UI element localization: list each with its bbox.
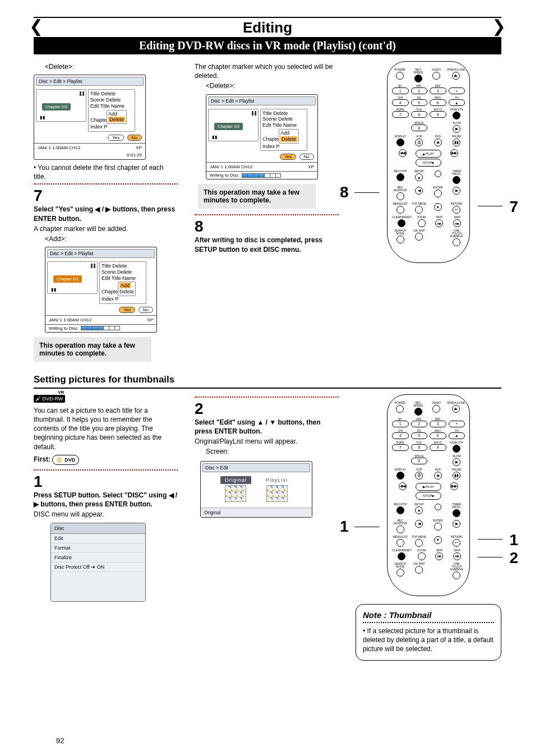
- remote-control-diagram: POWER REC SPEED AUDIO OPEN/CLOSE⏏ @!:1 A…: [387, 61, 470, 263]
- step-1-text: DISC menu will appear.: [34, 510, 178, 519]
- section-thumbnails-title: Setting pictures for thumbnails: [34, 374, 501, 385]
- num-4-button[interactable]: 4: [392, 99, 409, 106]
- enter-button[interactable]: [434, 523, 442, 531]
- osd-preview: Chapter 2/2 ▮▮: [36, 89, 86, 122]
- dvd-disc-icon: 📀 DVD: [52, 455, 79, 465]
- step-8-number: 8: [195, 219, 339, 234]
- ch-plus-button[interactable]: +: [449, 87, 465, 94]
- step-7-bold: Select "Yes" using ◀ / ▶ buttons, then p…: [34, 205, 178, 223]
- skip-back-button[interactable]: ⏮: [435, 219, 443, 227]
- pause-button[interactable]: ▮▮: [453, 139, 460, 146]
- callout-1b: 1: [509, 531, 518, 549]
- progress-bar: [242, 173, 281, 178]
- num-2-button[interactable]: 2: [411, 87, 428, 94]
- ch-up-button[interactable]: ▲: [449, 99, 465, 106]
- step-2-number: 2: [195, 401, 339, 417]
- note-body: • If a selected picture for a thumbnail …: [363, 626, 494, 654]
- audio-button[interactable]: [432, 72, 440, 80]
- zoom-button[interactable]: [418, 219, 426, 227]
- open-close-button[interactable]: ⏏: [452, 72, 460, 80]
- num-3-button[interactable]: 3: [430, 87, 446, 94]
- video-tv-button[interactable]: [453, 112, 460, 119]
- enter-button[interactable]: [434, 190, 442, 197]
- vcr-button[interactable]: ⦿: [415, 139, 423, 146]
- thumb-intro: You can set a picture to each title for …: [34, 406, 178, 451]
- no-button[interactable]: No: [139, 307, 153, 313]
- note-first-chapter: • You cannot delete the first chapter of…: [34, 163, 178, 181]
- ff-button[interactable]: ▶▶: [450, 149, 458, 157]
- delete-heading: <Delete>:: [45, 62, 178, 71]
- step-1-number: 1: [34, 474, 178, 490]
- num-5-button[interactable]: 5: [411, 99, 428, 106]
- yes-button[interactable]: Yes: [119, 307, 135, 313]
- page-title: Editing: [34, 19, 501, 36]
- chapter-chip: Chapter 2/2: [42, 103, 71, 110]
- rec-monitor-button[interactable]: [396, 192, 404, 200]
- osd-delete-prompt: Disc > Edit > Playlist Chapter 2/2 ▮▮ Ti…: [34, 75, 146, 160]
- clear-reset-button[interactable]: [398, 219, 405, 227]
- num-9-button[interactable]: 9: [430, 111, 446, 118]
- no-button[interactable]: No: [127, 135, 142, 141]
- first-label: First:: [34, 455, 50, 463]
- add-heading: <Add>:: [45, 234, 178, 243]
- dvd-button[interactable]: ◉: [434, 139, 442, 146]
- display-button[interactable]: [396, 139, 404, 146]
- num-8-button[interactable]: 8: [411, 111, 428, 118]
- num-7-button[interactable]: 7: [392, 111, 409, 118]
- num-1-button[interactable]: 1: [392, 87, 409, 94]
- step-1-bold: Press SETUP button. Select "DISC" using …: [34, 491, 178, 509]
- edit-playlist-option[interactable]: PlayList: [261, 477, 293, 502]
- menu-list-button[interactable]: [396, 206, 404, 214]
- pause-icon: [252, 111, 256, 116]
- setup-button[interactable]: ▲: [415, 506, 423, 514]
- note-thumbnail-box: Note : Thumbnail • If a selected picture…: [356, 604, 501, 661]
- edit-original-option[interactable]: Original: [220, 477, 251, 502]
- rew-button[interactable]: ◀◀: [399, 149, 407, 157]
- callout-7: 7: [509, 198, 518, 216]
- col-left: <Delete>: Disc > Edit > Playlist Chapter…: [34, 61, 178, 362]
- disc-menu-header: Disc: [51, 523, 145, 534]
- callout-2: 2: [509, 549, 518, 567]
- num-6-button[interactable]: 6: [430, 99, 446, 106]
- screen-label: Screen:: [206, 447, 339, 456]
- col-mid: The chapter marker which you selected wi…: [195, 61, 339, 362]
- decor-right-icon: ❯: [492, 16, 506, 36]
- osd-breadcrumb: Disc > Edit > Playlist: [36, 77, 144, 86]
- play-button[interactable]: ▶ PLAY: [416, 150, 441, 158]
- thumb-col-left: 🖋 DVD-RWVR You can set a picture to each…: [34, 394, 178, 661]
- down-button[interactable]: ▼: [434, 203, 442, 211]
- one-touch-button[interactable]: [453, 238, 460, 246]
- slow-button[interactable]: ▶: [453, 125, 460, 133]
- disc-menu-item[interactable]: Finalize: [51, 553, 145, 563]
- timer-prog-button[interactable]: [453, 176, 460, 184]
- note-title: Note : Thumbnail: [363, 610, 494, 620]
- remote-control-diagram-2: POWER REC SPEED AUDIO OPEN/CLOSE⏏ @!:1 A…: [387, 394, 470, 596]
- rec-otr-button[interactable]: [396, 173, 404, 181]
- search-mode-button[interactable]: [396, 236, 404, 243]
- note-box-b: This operation may take a few minutes to…: [198, 184, 316, 209]
- skip-fwd-button[interactable]: ⏭: [453, 219, 461, 227]
- setup-button[interactable]: ▲: [415, 173, 423, 181]
- callout-1a: 1: [340, 518, 349, 536]
- disc-menu-item[interactable]: Format: [51, 543, 145, 553]
- rec-speed-button[interactable]: [414, 75, 422, 82]
- col-right-remote-1: POWER REC SPEED AUDIO OPEN/CLOSE⏏ @!:1 A…: [356, 61, 501, 362]
- callout-8: 8: [340, 183, 349, 201]
- top-menu-button[interactable]: [415, 206, 423, 214]
- disc-menu-item[interactable]: Edit: [51, 534, 145, 543]
- left-button[interactable]: ◀: [415, 187, 423, 195]
- osd-preview: Chapter 1/1 ▮▮: [47, 261, 98, 294]
- right-button[interactable]: ▶: [453, 187, 460, 195]
- no-button[interactable]: No: [299, 154, 314, 160]
- pause-bars: ▮▮: [40, 115, 45, 120]
- delete-heading-2: <Delete>:: [206, 81, 339, 90]
- power-button[interactable]: [396, 72, 404, 80]
- return-button[interactable]: ↩: [453, 206, 460, 214]
- yes-button[interactable]: Yes: [280, 154, 296, 160]
- yes-button[interactable]: Yes: [108, 135, 124, 141]
- disc-menu-item[interactable]: Disc Protect Off ➜ ON: [51, 563, 145, 572]
- stop-button[interactable]: STOP ■: [416, 159, 441, 167]
- disc-menu-list: Disc Edit Format Finalize Disc Protect O…: [50, 523, 146, 602]
- num-0-button[interactable]: 0: [411, 125, 428, 131]
- cm-skip-button[interactable]: [415, 233, 423, 241]
